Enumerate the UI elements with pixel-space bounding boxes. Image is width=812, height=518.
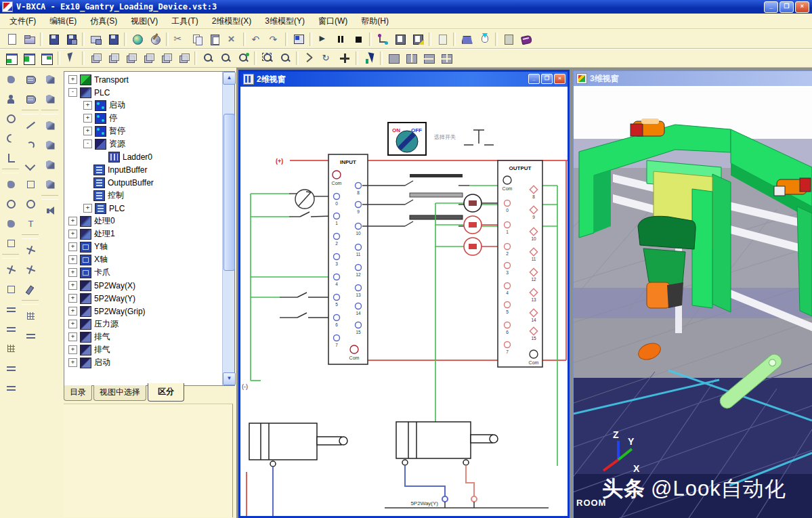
line-tool-button[interactable] — [21, 116, 40, 135]
tree-item-OutputBuffer[interactable]: OutputBuffer — [64, 176, 222, 189]
expander-icon[interactable]: + — [68, 320, 77, 328]
circle-tool-button[interactable] — [1, 109, 20, 128]
tree-item-控制[interactable]: 控制 — [64, 189, 222, 202]
tree-item-处理1[interactable]: +处理1 — [64, 228, 222, 240]
expander-icon[interactable]: - — [68, 88, 77, 97]
notepad-button[interactable] — [500, 30, 517, 47]
window-2d-restore-button[interactable]: ❐ — [541, 74, 553, 84]
expander-icon[interactable]: + — [83, 114, 92, 123]
solid-tool-button[interactable] — [1, 175, 20, 194]
view-front-button[interactable] — [122, 50, 140, 67]
save-copy-button[interactable] — [104, 30, 122, 47]
expander-icon[interactable]: + — [68, 255, 77, 264]
patch-tool-button[interactable] — [1, 234, 20, 253]
tree-tab-目录[interactable]: 目录 — [64, 385, 92, 401]
io-doc-edit-button[interactable] — [409, 30, 427, 47]
copy-button[interactable] — [188, 30, 206, 47]
expander-icon[interactable]: + — [83, 127, 92, 135]
expander-icon[interactable]: + — [68, 358, 77, 367]
zoom-extents-button[interactable] — [234, 50, 252, 67]
half-circle-tool-button[interactable] — [1, 129, 20, 148]
tree-item-资源[interactable]: -资源 — [64, 137, 222, 150]
tree-item-Y轴[interactable]: +Y轴 — [64, 240, 222, 253]
expander-icon[interactable]: + — [68, 217, 77, 225]
win-2d-button[interactable] — [3, 50, 20, 67]
expander-icon[interactable]: + — [68, 307, 77, 316]
rows-tool-button[interactable] — [1, 319, 20, 338]
delete-button[interactable] — [223, 30, 241, 47]
close-button[interactable]: × — [795, 1, 809, 13]
wiring-diagram-canvas[interactable]: ON OFF 选择开关 (+) — [240, 87, 568, 516]
pan-button[interactable] — [336, 50, 354, 67]
view-rotate-button[interactable] — [175, 50, 192, 67]
simulator-button[interactable] — [290, 30, 307, 47]
tree-item-5P2Way(Grip)[interactable]: +5P2Way(Grip) — [64, 305, 222, 318]
tree-item-5P2Way(X)[interactable]: +5P2Way(X) — [64, 279, 222, 292]
layout-2-button[interactable] — [402, 50, 420, 67]
expander-icon[interactable]: + — [68, 281, 77, 290]
burst-tool-button[interactable] — [21, 260, 40, 279]
hint-bulb-button[interactable] — [475, 30, 493, 47]
machine-e-button[interactable] — [41, 155, 60, 174]
tree-item-InputBuffer[interactable]: InputBuffer — [64, 163, 222, 176]
pause-button[interactable] — [332, 30, 349, 47]
zoom-out-button[interactable] — [217, 50, 234, 67]
window-2d-titlebar[interactable]: 2维视窗 _ ❐ × — [240, 72, 568, 87]
tree-item-Transport[interactable]: +Transport — [64, 73, 222, 86]
menu-6[interactable]: 2维模型(X) — [205, 14, 259, 28]
cone-tool-button[interactable] — [1, 214, 20, 233]
snip-tool-button[interactable] — [1, 260, 20, 279]
hatch-tool-button[interactable] — [21, 306, 40, 325]
window-2d-close-button[interactable]: × — [554, 74, 565, 84]
tree-item-卡爪[interactable]: +卡爪 — [64, 266, 222, 279]
pen-tool-button[interactable] — [21, 280, 40, 299]
new-button[interactable] — [3, 30, 20, 47]
menu-5[interactable]: 工具(T) — [165, 14, 205, 28]
stop-button[interactable] — [349, 30, 367, 47]
part-lib2-button[interactable] — [21, 89, 40, 108]
rail-tool-button[interactable] — [1, 358, 20, 377]
expander-icon[interactable]: + — [68, 345, 77, 354]
expander-icon[interactable]: + — [68, 294, 77, 303]
tree-item-排气[interactable]: +排气 — [64, 330, 222, 343]
snap-button[interactable] — [301, 50, 318, 67]
ball-tool-button[interactable] — [1, 194, 20, 213]
viewport-3d[interactable]: Z Y X ROOM 头条@Look自动化 — [574, 87, 812, 518]
speaker-tool-button[interactable] — [41, 201, 60, 220]
lines-tool-button[interactable] — [1, 299, 20, 318]
frame-tool-button[interactable] — [1, 280, 20, 299]
tree-item-X轴[interactable]: +X轴 — [64, 253, 222, 266]
sheet-button[interactable] — [433, 30, 451, 47]
select-tool-button[interactable] — [1, 70, 20, 89]
menu-8[interactable]: 窗口(W) — [312, 14, 354, 28]
expander-icon[interactable]: + — [83, 101, 92, 110]
expander-icon[interactable]: + — [68, 268, 77, 277]
tree-item-Ladder0[interactable]: Ladder0 — [64, 150, 222, 163]
node-tool-button[interactable] — [1, 89, 20, 108]
select-arrow-button[interactable] — [360, 50, 378, 67]
tree-item-处理0[interactable]: +处理0 — [64, 215, 222, 228]
machine-a-button[interactable] — [41, 70, 60, 89]
zoom-in-button[interactable] — [199, 50, 217, 67]
tree-tab-视图中选择[interactable]: 视图中选择 — [93, 385, 146, 401]
model-paint-button[interactable] — [146, 30, 164, 47]
tree-scrollbar[interactable]: ▲ ▼ — [222, 72, 234, 385]
help-book-button[interactable] — [517, 30, 535, 47]
menu-9[interactable]: 帮助(H) — [354, 14, 396, 28]
redo-button[interactable] — [265, 30, 283, 47]
tree-tab-区分[interactable]: 区分 — [148, 383, 184, 402]
tree-item-压力源[interactable]: +压力源 — [64, 318, 222, 330]
rect-tool-button[interactable] — [21, 175, 40, 194]
expander-icon[interactable]: - — [83, 139, 92, 148]
rotate-view-button[interactable] — [318, 50, 336, 67]
maximize-button[interactable]: ❐ — [779, 1, 794, 13]
play-button[interactable] — [314, 30, 332, 47]
expander-icon[interactable]: + — [68, 75, 77, 84]
view-back-button[interactable] — [157, 50, 175, 67]
save-button[interactable] — [45, 30, 62, 47]
layout-3-button[interactable] — [420, 50, 437, 67]
window-2d-minimize-button[interactable]: _ — [528, 74, 540, 84]
view-iso-button[interactable] — [87, 50, 104, 67]
expander-icon[interactable]: + — [68, 230, 77, 238]
ellipse-tool-button[interactable] — [21, 194, 40, 213]
